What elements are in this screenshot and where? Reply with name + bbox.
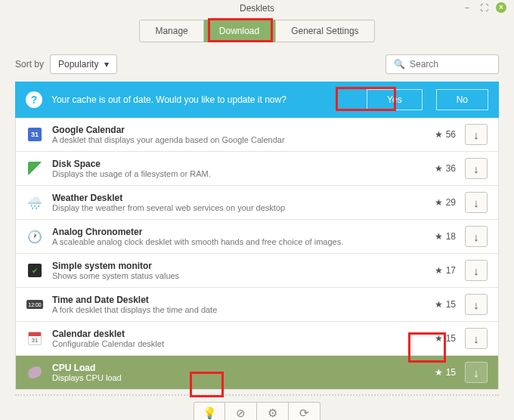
tab-bar: Manage Download General Settings [0,17,514,47]
banner-no-button[interactable]: No [436,89,488,110]
search-box[interactable]: 🔍 [386,54,499,74]
info-button[interactable]: 💡 [194,402,225,420]
download-button[interactable]: ↓ [465,124,488,145]
download-icon: ↓ [473,196,479,209]
list-item[interactable]: Disk SpaceDisplays the usage of a filesy… [16,152,498,186]
download-button[interactable]: ↓ [465,226,488,247]
tab-download[interactable]: Download [204,20,275,42]
star-icon: ★ [435,163,443,174]
item-title: Time and Date Desklet [52,295,413,305]
download-icon: ↓ [473,298,479,311]
item-rating: ★15 [423,299,456,310]
weather-icon: 🌧️ [26,194,43,211]
download-button[interactable]: ↓ [465,192,488,213]
chevron-down-icon: ▾ [104,59,109,69]
refresh-button[interactable]: ⟳ [289,402,320,420]
maximize-button[interactable]: ⛶ [479,3,488,12]
cache-banner: ? Your cache is out of date. Would you l… [15,82,499,118]
calendar2-icon: 31 [26,330,43,347]
item-title: Disk Space [52,159,413,169]
download-icon: ↓ [473,332,479,345]
list-item[interactable]: 31 Calendar deskletConfigurable Calendar… [16,322,498,356]
download-icon: ↓ [473,128,479,141]
disk-icon [26,160,43,177]
star-icon: ★ [435,367,443,378]
list-item[interactable]: 31 Google CalendarA desklet that display… [16,118,498,152]
cpu-icon [26,364,43,381]
item-title: Weather Desklet [52,193,413,203]
item-desc: A fork desklet that displays the time an… [52,305,413,314]
list-item[interactable]: 🌧️ Weather DeskletDisplay the weather fr… [16,186,498,220]
tab-manage[interactable]: Manage [139,20,203,42]
item-title: Google Calendar [52,125,413,135]
item-title: CPU Load [52,363,413,373]
window-title: Desklets [240,3,274,14]
item-rating: ★36 [423,163,456,174]
item-desc: A scaleable analog clock desklet with sm… [52,237,413,246]
search-input[interactable] [410,59,491,69]
item-rating: ★15 [423,367,456,378]
item-desc: Displays the usage of a filesystem or RA… [52,169,413,178]
star-icon: ★ [435,231,443,242]
item-rating: ★18 [423,231,456,242]
monitor-icon: ✔ [26,262,43,279]
bottom-toolbar: 💡 ⊘ ⚙ ⟳ [15,400,499,420]
banner-text: Your cache is out of date. Would you lik… [51,94,358,105]
clock-icon: 🕐 [26,228,43,245]
remove-icon: ⊘ [236,406,246,420]
item-desc: Display the weather from several web ser… [52,203,413,212]
list-item[interactable]: 12:00 Time and Date DeskletA fork deskle… [16,288,498,322]
close-button[interactable]: × [496,2,506,13]
star-icon: ★ [435,129,443,140]
lightbulb-icon: 💡 [203,406,217,420]
item-desc: Shows some system status values [52,271,413,280]
star-icon: ★ [435,197,443,208]
item-title: Simple system monitor [52,261,413,271]
item-desc: Configurable Calendar desklet [52,339,413,348]
star-icon: ★ [435,265,443,276]
time-icon: 12:00 [26,296,43,313]
settings-button[interactable]: ⚙ [257,402,289,420]
star-icon: ★ [435,333,443,344]
question-icon: ? [26,91,42,108]
download-icon: ↓ [473,366,479,379]
calendar-icon: 31 [26,126,43,143]
sort-by-label: Sort by [15,59,44,69]
desklet-list: 31 Google CalendarA desklet that display… [15,118,499,390]
download-button[interactable]: ↓ [465,158,488,179]
item-rating: ★29 [423,197,456,208]
tab-general-settings[interactable]: General Settings [275,20,374,42]
remove-button[interactable]: ⊘ [225,402,257,420]
download-button[interactable]: ↓ [465,362,488,383]
item-title: Calendar desklet [52,329,413,339]
sort-dropdown[interactable]: Popularity ▾ [50,54,117,74]
refresh-icon: ⟳ [299,406,309,420]
list-item[interactable]: 🕐 Analog ChronometerA scaleable analog c… [16,220,498,254]
search-icon: 🔍 [394,59,405,69]
sort-value: Popularity [58,59,98,69]
banner-yes-button[interactable]: Yes [367,89,423,110]
download-icon: ↓ [473,162,479,175]
sort-by: Sort by Popularity ▾ [15,54,117,74]
item-rating: ★17 [423,265,456,276]
minimize-button[interactable]: − [463,3,472,12]
item-desc: A desklet that displays your agenda base… [52,135,413,144]
list-item[interactable]: CPU LoadDisplays CPU load ★15 ↓ [16,356,498,389]
download-icon: ↓ [473,230,479,243]
download-icon: ↓ [473,264,479,277]
download-button[interactable]: ↓ [465,328,488,349]
item-desc: Displays CPU load [52,373,413,382]
gear-icon: ⚙ [268,406,277,420]
list-item[interactable]: ✔ Simple system monitorShows some system… [16,254,498,288]
item-rating: ★56 [423,129,456,140]
title-bar: Desklets − ⛶ × [0,0,514,17]
download-button[interactable]: ↓ [465,260,488,281]
divider [15,394,499,396]
download-button[interactable]: ↓ [465,294,488,315]
item-title: Analog Chronometer [52,227,413,237]
item-rating: ★15 [423,333,456,344]
star-icon: ★ [435,299,443,310]
